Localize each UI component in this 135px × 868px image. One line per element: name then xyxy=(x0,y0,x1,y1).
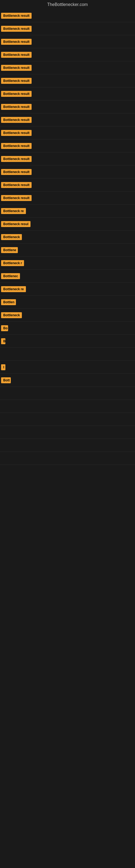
list-item[interactable]: Bottleneck result xyxy=(0,87,135,100)
list-item[interactable]: Bottleneck result xyxy=(0,179,135,191)
bottleneck-result-badge: Bottleneck result xyxy=(1,26,32,32)
list-item[interactable]: Bottleneck r xyxy=(0,257,135,270)
bottleneck-result-badge: Bottleneck result xyxy=(1,65,32,71)
list-item[interactable]: Bottleneck result xyxy=(0,165,135,179)
bottleneck-result-badge: B xyxy=(1,338,5,344)
bottleneck-result-badge: Bottleneck xyxy=(1,234,22,240)
list-item[interactable] xyxy=(0,387,135,400)
list-item[interactable]: Bottleneck result xyxy=(0,126,135,140)
bottleneck-result-badge: Bottleneck re xyxy=(1,286,26,292)
bottleneck-result-badge: Bottleneck result xyxy=(1,78,32,84)
list-item[interactable]: Bottlenec xyxy=(0,270,135,283)
list-item[interactable] xyxy=(0,413,135,426)
list-item[interactable]: Bottleneck result xyxy=(0,74,135,87)
site-title-bar: TheBottlenecker.com xyxy=(0,0,135,9)
bottleneck-result-badge: I xyxy=(1,364,5,370)
list-item[interactable]: Bottlene xyxy=(0,244,135,257)
list-item[interactable]: Bott xyxy=(0,374,135,387)
list-item[interactable]: Bottleneck re xyxy=(0,283,135,296)
bottleneck-result-badge: Bottleneck result xyxy=(1,117,32,123)
list-item[interactable] xyxy=(0,452,135,465)
list-item[interactable]: Bo xyxy=(0,322,135,335)
bottleneck-result-badge: Bottleneck result xyxy=(1,104,32,110)
list-item[interactable]: Bottlen xyxy=(0,296,135,309)
list-item[interactable]: Bottleneck result xyxy=(0,9,135,22)
list-item[interactable]: I xyxy=(0,361,135,374)
bottleneck-result-badge: Bottleneck result xyxy=(1,169,32,175)
list-item[interactable]: Bottleneck result xyxy=(0,22,135,35)
bottleneck-result-badge: Bottleneck result xyxy=(1,91,32,97)
list-item[interactable]: Bottleneck result xyxy=(0,113,135,126)
list-item[interactable]: Bottleneck re xyxy=(0,205,135,218)
list-item[interactable]: Bottleneck result xyxy=(0,140,135,152)
list-item[interactable]: Bottleneck xyxy=(0,230,135,244)
list-item[interactable] xyxy=(0,348,135,361)
bottleneck-result-badge: Bottleneck result xyxy=(1,13,32,19)
list-item[interactable]: Bottleneck result xyxy=(0,61,135,74)
list-item[interactable] xyxy=(0,439,135,452)
list-item[interactable] xyxy=(0,400,135,413)
bottleneck-result-badge: Bo xyxy=(1,325,8,331)
list-item[interactable]: Bottleneck result xyxy=(0,48,135,61)
bottleneck-result-badge: Bottleneck result xyxy=(1,156,32,162)
bottleneck-result-badge: Bottleneck re xyxy=(1,208,26,214)
bottleneck-result-badge: Bottlenec xyxy=(1,273,20,279)
bottleneck-result-badge: Bottleneck result xyxy=(1,143,32,149)
bottleneck-result-badge: Bottleneck result xyxy=(1,39,32,45)
list-item[interactable] xyxy=(0,426,135,439)
site-title: TheBottlenecker.com xyxy=(0,0,135,9)
list-item[interactable]: B xyxy=(0,335,135,348)
bottleneck-result-badge: Bottleneck resul xyxy=(1,221,31,227)
list-item[interactable]: Bottleneck resul xyxy=(0,218,135,230)
list-item[interactable]: Bottleneck result xyxy=(0,191,135,205)
list-item[interactable]: Bottleneck result xyxy=(0,152,135,165)
bottleneck-result-badge: Bottlene xyxy=(1,247,18,253)
bottleneck-result-badge: Bottleneck r xyxy=(1,260,24,266)
list-item[interactable]: Bottleneck xyxy=(0,309,135,322)
results-list: Bottleneck resultBottleneck resultBottle… xyxy=(0,9,135,465)
bottleneck-result-badge: Bottleneck result xyxy=(1,182,32,188)
bottleneck-result-badge: Bottleneck result xyxy=(1,130,32,136)
bottleneck-result-badge: Bottleneck result xyxy=(1,52,32,58)
bottleneck-result-badge: Bott xyxy=(1,377,11,383)
bottleneck-result-badge: Bottleneck xyxy=(1,312,22,318)
list-item[interactable]: Bottleneck result xyxy=(0,100,135,113)
bottleneck-result-badge: Bottleneck result xyxy=(1,195,32,201)
list-item[interactable]: Bottleneck result xyxy=(0,35,135,48)
bottleneck-result-badge: Bottlen xyxy=(1,299,16,305)
